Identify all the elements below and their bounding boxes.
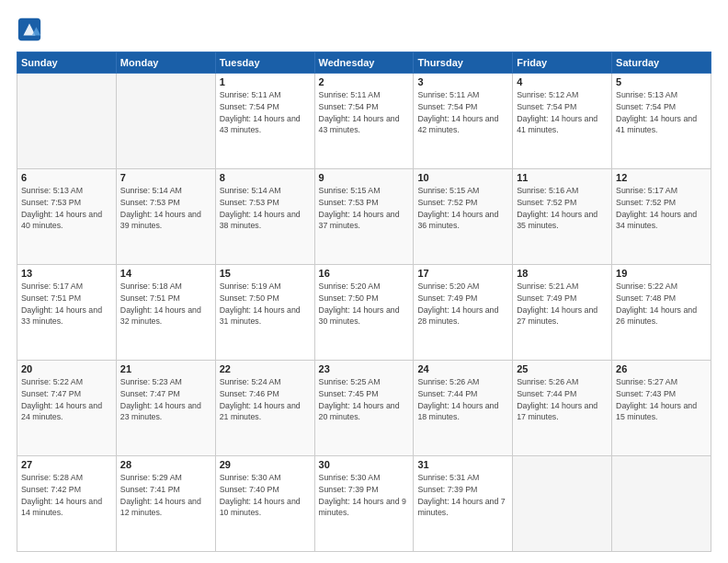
day-number: 1	[220, 76, 311, 87]
day-number: 24	[417, 363, 508, 374]
col-thursday: Thursday	[414, 52, 513, 74]
day-number: 4	[517, 76, 608, 87]
day-number: 20	[21, 363, 112, 374]
day-detail: Sunrise: 5:19 AMSunset: 7:50 PMDaylight:…	[220, 281, 311, 327]
table-row: 3Sunrise: 5:11 AMSunset: 7:54 PMDaylight…	[414, 74, 513, 169]
table-row: 31Sunrise: 5:31 AMSunset: 7:39 PMDayligh…	[414, 456, 513, 552]
table-row: 14Sunrise: 5:18 AMSunset: 7:51 PMDayligh…	[116, 265, 215, 361]
table-row: 23Sunrise: 5:25 AMSunset: 7:45 PMDayligh…	[314, 361, 414, 456]
day-detail: Sunrise: 5:11 AMSunset: 7:54 PMDaylight:…	[417, 89, 508, 136]
day-number: 30	[319, 459, 410, 470]
col-saturday: Saturday	[612, 52, 711, 74]
table-row: 29Sunrise: 5:30 AMSunset: 7:40 PMDayligh…	[215, 456, 314, 552]
day-number: 11	[517, 172, 608, 183]
day-detail: Sunrise: 5:31 AMSunset: 7:39 PMDaylight:…	[417, 472, 508, 519]
table-row: 8Sunrise: 5:14 AMSunset: 7:53 PMDaylight…	[215, 169, 314, 265]
day-detail: Sunrise: 5:15 AMSunset: 7:53 PMDaylight:…	[319, 185, 410, 232]
day-number: 14	[120, 268, 211, 279]
day-number: 29	[220, 459, 311, 470]
col-wednesday: Wednesday	[314, 52, 414, 74]
day-detail: Sunrise: 5:18 AMSunset: 7:51 PMDaylight:…	[120, 281, 211, 327]
day-detail: Sunrise: 5:20 AMSunset: 7:49 PMDaylight:…	[417, 281, 508, 327]
calendar-page: Sunday Monday Tuesday Wednesday Thursday…	[0, 0, 728, 563]
day-number: 2	[319, 76, 410, 87]
day-detail: Sunrise: 5:30 AMSunset: 7:39 PMDaylight:…	[319, 472, 410, 519]
table-row: 24Sunrise: 5:26 AMSunset: 7:44 PMDayligh…	[414, 361, 513, 456]
day-number: 26	[616, 363, 707, 374]
day-detail: Sunrise: 5:11 AMSunset: 7:54 PMDaylight:…	[319, 89, 410, 136]
table-row: 9Sunrise: 5:15 AMSunset: 7:53 PMDaylight…	[314, 169, 414, 265]
day-detail: Sunrise: 5:20 AMSunset: 7:50 PMDaylight:…	[319, 281, 410, 327]
table-row	[116, 74, 215, 169]
calendar-week-row: 20Sunrise: 5:22 AMSunset: 7:47 PMDayligh…	[17, 361, 711, 456]
day-number: 25	[517, 363, 608, 374]
day-number: 3	[417, 76, 508, 87]
day-detail: Sunrise: 5:21 AMSunset: 7:49 PMDaylight:…	[517, 281, 608, 327]
day-detail: Sunrise: 5:15 AMSunset: 7:52 PMDaylight:…	[417, 185, 508, 232]
day-detail: Sunrise: 5:12 AMSunset: 7:54 PMDaylight:…	[517, 89, 608, 136]
table-row: 27Sunrise: 5:28 AMSunset: 7:42 PMDayligh…	[17, 456, 117, 552]
table-row: 30Sunrise: 5:30 AMSunset: 7:39 PMDayligh…	[314, 456, 414, 552]
table-row: 10Sunrise: 5:15 AMSunset: 7:52 PMDayligh…	[414, 169, 513, 265]
calendar-week-row: 13Sunrise: 5:17 AMSunset: 7:51 PMDayligh…	[17, 265, 711, 361]
table-row: 15Sunrise: 5:19 AMSunset: 7:50 PMDayligh…	[215, 265, 314, 361]
day-number: 27	[21, 459, 112, 470]
day-detail: Sunrise: 5:23 AMSunset: 7:47 PMDaylight:…	[120, 376, 211, 423]
col-friday: Friday	[513, 52, 612, 74]
day-number: 28	[120, 459, 211, 470]
table-row: 12Sunrise: 5:17 AMSunset: 7:52 PMDayligh…	[612, 169, 711, 265]
table-row: 13Sunrise: 5:17 AMSunset: 7:51 PMDayligh…	[17, 265, 117, 361]
day-detail: Sunrise: 5:16 AMSunset: 7:52 PMDaylight:…	[517, 185, 608, 232]
table-row: 7Sunrise: 5:14 AMSunset: 7:53 PMDaylight…	[116, 169, 215, 265]
table-row: 11Sunrise: 5:16 AMSunset: 7:52 PMDayligh…	[513, 169, 612, 265]
day-detail: Sunrise: 5:13 AMSunset: 7:53 PMDaylight:…	[21, 185, 112, 232]
calendar-header-row: Sunday Monday Tuesday Wednesday Thursday…	[17, 52, 711, 74]
logo-icon	[17, 17, 42, 42]
day-number: 19	[616, 268, 707, 279]
day-number: 13	[21, 268, 112, 279]
day-number: 12	[616, 172, 707, 183]
day-detail: Sunrise: 5:17 AMSunset: 7:51 PMDaylight:…	[21, 281, 112, 327]
day-detail: Sunrise: 5:30 AMSunset: 7:40 PMDaylight:…	[220, 472, 311, 519]
table-row: 4Sunrise: 5:12 AMSunset: 7:54 PMDaylight…	[513, 74, 612, 169]
day-detail: Sunrise: 5:22 AMSunset: 7:48 PMDaylight:…	[616, 281, 707, 327]
table-row	[612, 456, 711, 552]
day-detail: Sunrise: 5:28 AMSunset: 7:42 PMDaylight:…	[21, 472, 112, 519]
table-row: 6Sunrise: 5:13 AMSunset: 7:53 PMDaylight…	[17, 169, 117, 265]
col-tuesday: Tuesday	[215, 52, 314, 74]
col-monday: Monday	[116, 52, 215, 74]
table-row: 25Sunrise: 5:26 AMSunset: 7:44 PMDayligh…	[513, 361, 612, 456]
day-number: 17	[417, 268, 508, 279]
day-detail: Sunrise: 5:29 AMSunset: 7:41 PMDaylight:…	[120, 472, 211, 519]
day-number: 31	[417, 459, 508, 470]
calendar-week-row: 27Sunrise: 5:28 AMSunset: 7:42 PMDayligh…	[17, 456, 711, 552]
day-detail: Sunrise: 5:14 AMSunset: 7:53 PMDaylight:…	[220, 185, 311, 232]
table-row: 1Sunrise: 5:11 AMSunset: 7:54 PMDaylight…	[215, 74, 314, 169]
col-sunday: Sunday	[17, 52, 117, 74]
table-row: 2Sunrise: 5:11 AMSunset: 7:54 PMDaylight…	[314, 74, 414, 169]
table-row: 17Sunrise: 5:20 AMSunset: 7:49 PMDayligh…	[414, 265, 513, 361]
day-number: 5	[616, 76, 707, 87]
calendar-table: Sunday Monday Tuesday Wednesday Thursday…	[17, 52, 711, 552]
day-detail: Sunrise: 5:24 AMSunset: 7:46 PMDaylight:…	[220, 376, 311, 423]
table-row: 19Sunrise: 5:22 AMSunset: 7:48 PMDayligh…	[612, 265, 711, 361]
day-detail: Sunrise: 5:11 AMSunset: 7:54 PMDaylight:…	[220, 89, 311, 136]
table-row: 22Sunrise: 5:24 AMSunset: 7:46 PMDayligh…	[215, 361, 314, 456]
table-row	[513, 456, 612, 552]
day-detail: Sunrise: 5:13 AMSunset: 7:54 PMDaylight:…	[616, 89, 707, 136]
table-row: 18Sunrise: 5:21 AMSunset: 7:49 PMDayligh…	[513, 265, 612, 361]
day-number: 16	[319, 268, 410, 279]
day-detail: Sunrise: 5:25 AMSunset: 7:45 PMDaylight:…	[319, 376, 410, 423]
table-row: 20Sunrise: 5:22 AMSunset: 7:47 PMDayligh…	[17, 361, 117, 456]
day-number: 9	[319, 172, 410, 183]
day-number: 7	[120, 172, 211, 183]
day-number: 22	[220, 363, 311, 374]
calendar-week-row: 1Sunrise: 5:11 AMSunset: 7:54 PMDaylight…	[17, 74, 711, 169]
table-row: 5Sunrise: 5:13 AMSunset: 7:54 PMDaylight…	[612, 74, 711, 169]
table-row	[17, 74, 117, 169]
day-detail: Sunrise: 5:27 AMSunset: 7:43 PMDaylight:…	[616, 376, 707, 423]
day-number: 8	[220, 172, 311, 183]
table-row: 16Sunrise: 5:20 AMSunset: 7:50 PMDayligh…	[314, 265, 414, 361]
day-number: 18	[517, 268, 608, 279]
day-detail: Sunrise: 5:26 AMSunset: 7:44 PMDaylight:…	[517, 376, 608, 423]
